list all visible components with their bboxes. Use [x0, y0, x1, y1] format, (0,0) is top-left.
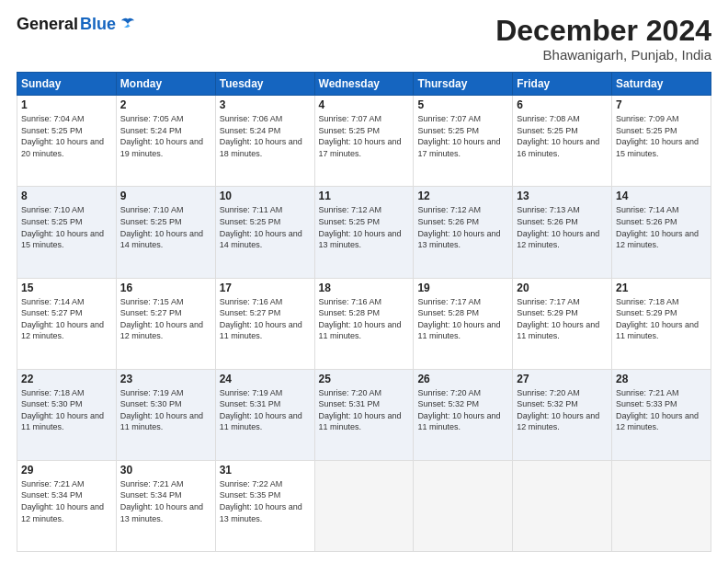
day-number: 16: [120, 282, 211, 294]
day-number: 4: [319, 98, 410, 111]
calendar-cell: 10Sunrise: 7:11 AMSunset: 5:25 PMDayligh…: [215, 187, 314, 278]
day-number: 24: [220, 373, 311, 385]
day-number: 27: [517, 373, 608, 385]
calendar-week-row: 22Sunrise: 7:18 AMSunset: 5:30 PMDayligh…: [17, 369, 711, 460]
day-info: Sunrise: 7:20 AMSunset: 5:31 PMDaylight:…: [319, 387, 410, 433]
day-number: 25: [319, 373, 410, 385]
calendar-cell: 16Sunrise: 7:15 AMSunset: 5:27 PMDayligh…: [116, 278, 215, 369]
calendar-cell: 7Sunrise: 7:09 AMSunset: 5:25 PMDaylight…: [612, 96, 711, 187]
calendar-cell: 28Sunrise: 7:21 AMSunset: 5:33 PMDayligh…: [612, 369, 711, 460]
day-info: Sunrise: 7:08 AMSunset: 5:25 PMDaylight:…: [517, 113, 608, 159]
day-info: Sunrise: 7:21 AMSunset: 5:34 PMDaylight:…: [120, 478, 211, 524]
day-number: 20: [517, 282, 608, 294]
day-number: 11: [319, 190, 410, 202]
day-number: 5: [417, 98, 508, 111]
day-number: 7: [616, 98, 707, 111]
day-number: 3: [220, 98, 311, 111]
col-header-tuesday: Tuesday: [215, 73, 314, 96]
col-header-friday: Friday: [513, 73, 612, 96]
calendar-week-row: 8Sunrise: 7:10 AMSunset: 5:25 PMDaylight…: [17, 187, 711, 278]
day-number: 18: [319, 282, 410, 294]
day-number: 17: [220, 282, 311, 294]
day-info: Sunrise: 7:05 AMSunset: 5:24 PMDaylight:…: [120, 113, 211, 159]
day-info: Sunrise: 7:20 AMSunset: 5:32 PMDaylight:…: [417, 387, 508, 433]
calendar-cell: 12Sunrise: 7:12 AMSunset: 5:26 PMDayligh…: [414, 187, 513, 278]
day-info: Sunrise: 7:19 AMSunset: 5:31 PMDaylight:…: [220, 387, 311, 433]
calendar-cell: 25Sunrise: 7:20 AMSunset: 5:31 PMDayligh…: [314, 369, 414, 460]
day-number: 1: [21, 98, 112, 111]
calendar-cell: 19Sunrise: 7:17 AMSunset: 5:28 PMDayligh…: [414, 278, 513, 369]
day-info: Sunrise: 7:21 AMSunset: 5:34 PMDaylight:…: [21, 478, 112, 524]
calendar-cell: 27Sunrise: 7:20 AMSunset: 5:32 PMDayligh…: [513, 369, 612, 460]
calendar-cell: 23Sunrise: 7:19 AMSunset: 5:30 PMDayligh…: [116, 369, 215, 460]
day-number: 29: [21, 464, 112, 477]
day-info: Sunrise: 7:21 AMSunset: 5:33 PMDaylight:…: [616, 387, 707, 433]
day-info: Sunrise: 7:06 AMSunset: 5:24 PMDaylight:…: [220, 113, 311, 159]
day-number: 15: [21, 282, 112, 294]
day-info: Sunrise: 7:12 AMSunset: 5:26 PMDaylight:…: [417, 204, 508, 250]
calendar-cell: 24Sunrise: 7:19 AMSunset: 5:31 PMDayligh…: [215, 369, 314, 460]
calendar-cell: 8Sunrise: 7:10 AMSunset: 5:25 PMDaylight…: [17, 187, 117, 278]
col-header-sunday: Sunday: [17, 73, 117, 96]
logo: GeneralBlue: [17, 15, 136, 34]
day-info: Sunrise: 7:10 AMSunset: 5:25 PMDaylight:…: [120, 204, 211, 250]
calendar-week-row: 15Sunrise: 7:14 AMSunset: 5:27 PMDayligh…: [17, 278, 711, 369]
day-info: Sunrise: 7:11 AMSunset: 5:25 PMDaylight:…: [220, 204, 311, 250]
day-info: Sunrise: 7:07 AMSunset: 5:25 PMDaylight:…: [417, 113, 508, 159]
day-info: Sunrise: 7:20 AMSunset: 5:32 PMDaylight:…: [517, 387, 608, 433]
month-title: December 2024: [495, 15, 711, 47]
calendar-header-row: SundayMondayTuesdayWednesdayThursdayFrid…: [17, 73, 711, 96]
calendar-cell: 13Sunrise: 7:13 AMSunset: 5:26 PMDayligh…: [513, 187, 612, 278]
calendar-cell: 2Sunrise: 7:05 AMSunset: 5:24 PMDaylight…: [116, 96, 215, 187]
logo-text: GeneralBlue: [17, 15, 136, 34]
calendar-week-row: 1Sunrise: 7:04 AMSunset: 5:25 PMDaylight…: [17, 96, 711, 187]
logo-general: General: [17, 15, 78, 34]
title-section: December 2024 Bhawanigarh, Punjab, India: [495, 15, 711, 63]
day-number: 30: [120, 464, 211, 477]
calendar-cell: 30Sunrise: 7:21 AMSunset: 5:34 PMDayligh…: [116, 460, 215, 551]
day-number: 22: [21, 373, 112, 385]
calendar-cell: 21Sunrise: 7:18 AMSunset: 5:29 PMDayligh…: [612, 278, 711, 369]
header: GeneralBlue December 2024 Bhawanigarh, P…: [17, 15, 711, 63]
day-number: 31: [220, 464, 311, 477]
calendar-cell: [513, 460, 612, 551]
day-info: Sunrise: 7:14 AMSunset: 5:27 PMDaylight:…: [21, 296, 112, 342]
day-info: Sunrise: 7:09 AMSunset: 5:25 PMDaylight:…: [616, 113, 707, 159]
day-number: 2: [120, 98, 211, 111]
calendar-cell: 5Sunrise: 7:07 AMSunset: 5:25 PMDaylight…: [414, 96, 513, 187]
day-info: Sunrise: 7:17 AMSunset: 5:28 PMDaylight:…: [417, 296, 508, 342]
day-number: 14: [616, 190, 707, 202]
col-header-saturday: Saturday: [612, 73, 711, 96]
day-number: 13: [517, 190, 608, 202]
day-number: 12: [417, 190, 508, 202]
day-number: 9: [120, 190, 211, 202]
day-info: Sunrise: 7:19 AMSunset: 5:30 PMDaylight:…: [120, 387, 211, 433]
calendar-cell: 26Sunrise: 7:20 AMSunset: 5:32 PMDayligh…: [414, 369, 513, 460]
day-info: Sunrise: 7:18 AMSunset: 5:30 PMDaylight:…: [21, 387, 112, 433]
day-number: 28: [616, 373, 707, 385]
calendar-cell: 6Sunrise: 7:08 AMSunset: 5:25 PMDaylight…: [513, 96, 612, 187]
day-number: 10: [220, 190, 311, 202]
calendar-cell: 17Sunrise: 7:16 AMSunset: 5:27 PMDayligh…: [215, 278, 314, 369]
calendar-cell: 22Sunrise: 7:18 AMSunset: 5:30 PMDayligh…: [17, 369, 117, 460]
calendar-cell: 29Sunrise: 7:21 AMSunset: 5:34 PMDayligh…: [17, 460, 117, 551]
calendar-cell: 3Sunrise: 7:06 AMSunset: 5:24 PMDaylight…: [215, 96, 314, 187]
day-number: 26: [417, 373, 508, 385]
day-info: Sunrise: 7:13 AMSunset: 5:26 PMDaylight:…: [517, 204, 608, 250]
day-number: 19: [417, 282, 508, 294]
day-info: Sunrise: 7:04 AMSunset: 5:25 PMDaylight:…: [21, 113, 112, 159]
day-number: 23: [120, 373, 211, 385]
calendar-cell: 31Sunrise: 7:22 AMSunset: 5:35 PMDayligh…: [215, 460, 314, 551]
calendar-cell: 11Sunrise: 7:12 AMSunset: 5:25 PMDayligh…: [314, 187, 414, 278]
day-number: 8: [21, 190, 112, 202]
day-info: Sunrise: 7:17 AMSunset: 5:29 PMDaylight:…: [517, 296, 608, 342]
page: GeneralBlue December 2024 Bhawanigarh, P…: [0, 0, 728, 563]
day-number: 21: [616, 282, 707, 294]
day-info: Sunrise: 7:16 AMSunset: 5:27 PMDaylight:…: [220, 296, 311, 342]
calendar-cell: 9Sunrise: 7:10 AMSunset: 5:25 PMDaylight…: [116, 187, 215, 278]
day-info: Sunrise: 7:10 AMSunset: 5:25 PMDaylight:…: [21, 204, 112, 250]
day-info: Sunrise: 7:12 AMSunset: 5:25 PMDaylight:…: [319, 204, 410, 250]
day-info: Sunrise: 7:16 AMSunset: 5:28 PMDaylight:…: [319, 296, 410, 342]
day-info: Sunrise: 7:07 AMSunset: 5:25 PMDaylight:…: [319, 113, 410, 159]
col-header-thursday: Thursday: [414, 73, 513, 96]
